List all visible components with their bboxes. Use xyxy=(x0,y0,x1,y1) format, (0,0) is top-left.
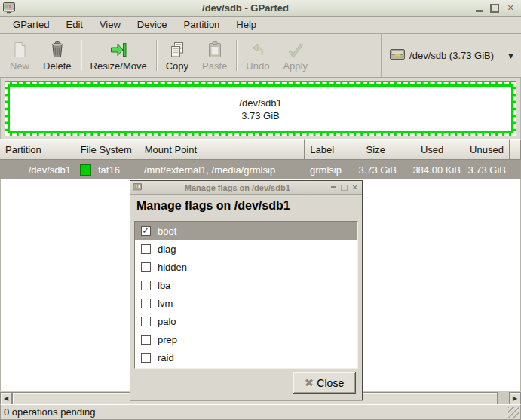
cell-size: 3.73 GiB xyxy=(352,160,401,179)
flag-label: palo xyxy=(158,316,176,327)
manage-flags-dialog: Manage flags on /dev/sdb1 ✕ Manage flags… xyxy=(130,180,363,400)
cell-used: 384.00 KiB xyxy=(401,160,465,179)
close-button-label: Close xyxy=(317,377,344,389)
resize-move-button[interactable]: Resize/Move xyxy=(84,34,154,77)
flag-row-prep[interactable]: prep xyxy=(135,330,357,348)
minimize-icon[interactable] xyxy=(474,4,483,13)
checkbox-checked-boot[interactable]: ✓ xyxy=(141,226,151,236)
checkbox-diag[interactable] xyxy=(141,244,151,254)
drive-icon xyxy=(389,46,406,65)
statusbar: 0 operations pending xyxy=(0,404,521,420)
maximize-icon[interactable] xyxy=(490,4,499,13)
device-selector[interactable]: /dev/sdb (3.73 GiB) ▼ xyxy=(381,34,521,77)
close-icon[interactable]: ✕ xyxy=(506,4,515,13)
dialog-title: Manage flags on /dev/sdb1 xyxy=(144,183,331,192)
menu-item-partition[interactable]: Partition xyxy=(176,17,228,32)
window-title: /dev/sdb - GParted xyxy=(17,2,474,14)
filesystem-color-swatch xyxy=(80,164,91,176)
partition-visual-selected[interactable]: /dev/sdb1 3.73 GiB xyxy=(5,81,516,136)
dialog-maximize-icon[interactable] xyxy=(341,185,348,191)
flag-row-palo[interactable]: palo xyxy=(135,312,357,330)
toolbar: NewDeleteResize/MoveCopyPasteUndoApply /… xyxy=(0,34,521,78)
flags-list: ✓bootdiaghiddenlbalvmpaloprepraid xyxy=(134,221,358,369)
column-header-label[interactable]: Label xyxy=(305,139,351,160)
close-button[interactable]: ✖ Close xyxy=(293,372,356,394)
cell-mount-point: /mnt/external1, /media/grmlsip xyxy=(139,160,305,179)
flag-label: hidden xyxy=(158,262,187,273)
checkmark-icon: ✓ xyxy=(142,225,150,236)
resize-move-icon xyxy=(109,40,127,60)
new-partition-icon xyxy=(11,40,29,60)
dialog-close-icon[interactable]: ✕ xyxy=(352,183,358,192)
flag-row-hidden[interactable]: hidden xyxy=(135,258,357,276)
menubar: GPartedEditViewDevicePartitionHelp xyxy=(0,17,521,34)
delete-button[interactable]: Delete xyxy=(36,34,78,77)
resize-grip[interactable] xyxy=(508,407,519,418)
toolbar-separator xyxy=(236,40,237,71)
column-header-file-system[interactable]: File System xyxy=(75,139,139,160)
flag-label: prep xyxy=(158,334,177,345)
partition-table-header: PartitionFile SystemMount PointLabelSize… xyxy=(0,139,521,160)
partition-visual-size: 3.73 GiB xyxy=(241,109,280,122)
delete-partition-icon xyxy=(48,40,66,60)
flag-row-lvm[interactable]: lvm xyxy=(135,294,357,312)
column-header-filler xyxy=(510,139,521,160)
checkbox-lvm[interactable] xyxy=(141,299,151,308)
column-header-partition[interactable]: Partition xyxy=(0,139,75,160)
undo-button-label: Undo xyxy=(246,60,269,72)
checkbox-hidden[interactable] xyxy=(141,262,151,272)
toolbar-separator xyxy=(81,40,81,71)
checkbox-raid[interactable] xyxy=(141,353,151,363)
dialog-titlebar[interactable]: Manage flags on /dev/sdb1 ✕ xyxy=(130,181,362,195)
undo-button[interactable]: Undo xyxy=(239,34,276,77)
new-button[interactable]: New xyxy=(3,34,36,77)
paste-button-label: Paste xyxy=(202,60,227,72)
apply-icon xyxy=(287,40,305,60)
column-header-size[interactable]: Size xyxy=(351,139,400,160)
column-header-mount-point[interactable]: Mount Point xyxy=(139,139,305,160)
chevron-down-icon[interactable]: ▼ xyxy=(505,52,516,60)
flag-label: boot xyxy=(158,225,176,237)
cell-label: grmlsip xyxy=(305,160,352,179)
column-header-unused[interactable]: Unused xyxy=(464,139,510,160)
resize-move-button-label: Resize/Move xyxy=(90,60,147,72)
flag-row-diag[interactable]: diag xyxy=(135,240,357,258)
combo-divider xyxy=(501,43,501,69)
dialog-minimize-icon[interactable] xyxy=(331,186,336,189)
device-selector-label: /dev/sdb (3.73 GiB) xyxy=(409,50,494,61)
table-row[interactable]: /dev/sdb1fat16/mnt/external1, /media/grm… xyxy=(0,160,521,179)
partition-visual-panel: /dev/sdb1 3.73 GiB xyxy=(0,78,521,139)
menu-item-help[interactable]: Help xyxy=(228,17,265,32)
window-titlebar[interactable]: /dev/sdb - GParted ✕ xyxy=(0,0,521,17)
checkbox-lba[interactable] xyxy=(141,281,151,290)
flag-row-raid[interactable]: raid xyxy=(135,348,357,366)
scroll-left-icon[interactable]: ◀ xyxy=(0,392,12,405)
gparted-app-icon xyxy=(3,2,17,14)
flag-label: raid xyxy=(158,352,174,363)
flag-row-lba[interactable]: lba xyxy=(135,276,357,294)
copy-button-label: Copy xyxy=(166,60,188,72)
new-button-label: New xyxy=(10,60,29,72)
flag-label: lvm xyxy=(158,298,173,309)
scroll-right-icon[interactable]: ▶ xyxy=(509,392,521,405)
partition-visual-name: /dev/sdb1 xyxy=(239,97,281,109)
delete-button-label: Delete xyxy=(43,60,72,72)
menu-item-gparted[interactable]: GParted xyxy=(5,17,57,32)
menu-item-device[interactable]: Device xyxy=(129,17,176,32)
paste-button[interactable]: Paste xyxy=(195,34,234,77)
flag-row-boot[interactable]: ✓boot xyxy=(135,222,357,240)
undo-icon xyxy=(249,40,267,60)
checkbox-prep[interactable] xyxy=(141,335,151,345)
apply-button[interactable]: Apply xyxy=(276,34,314,77)
cell-unused: 3.73 GiB xyxy=(465,160,510,179)
copy-button[interactable]: Copy xyxy=(159,34,195,77)
flag-label: lba xyxy=(158,280,170,291)
dialog-app-icon xyxy=(133,182,144,194)
flag-label: diag xyxy=(158,244,176,255)
cell-filesystem: fat16 xyxy=(75,160,139,179)
menu-item-view[interactable]: View xyxy=(91,17,129,32)
column-header-used[interactable]: Used xyxy=(400,139,464,160)
menu-item-edit[interactable]: Edit xyxy=(57,17,90,32)
paste-icon xyxy=(206,40,224,60)
checkbox-palo[interactable] xyxy=(141,317,151,326)
